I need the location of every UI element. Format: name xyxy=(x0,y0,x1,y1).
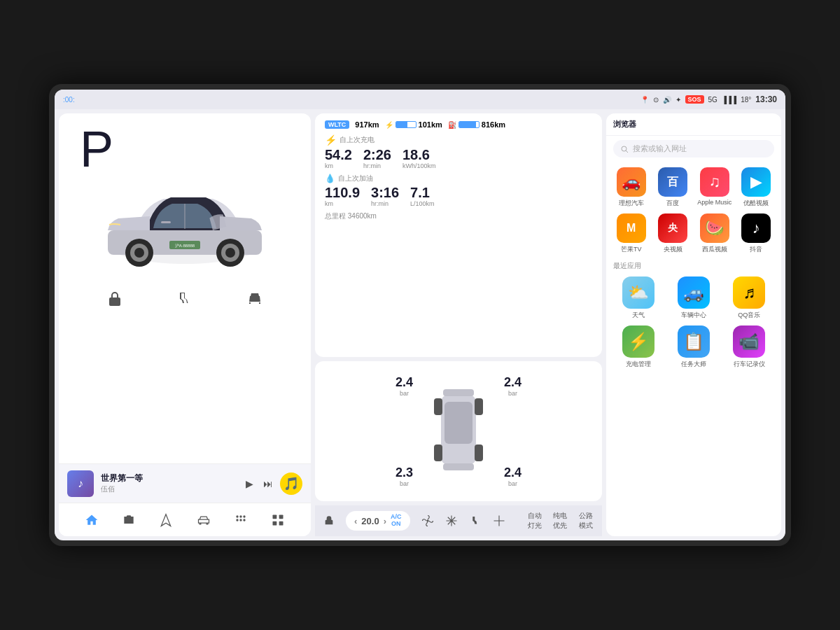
svg-rect-25 xyxy=(475,398,483,415)
home-nav[interactable] xyxy=(79,507,104,533)
tire-fr-unit: bar xyxy=(504,390,522,397)
tire-rl: 2.3 bar xyxy=(396,465,413,487)
next-button[interactable]: ⏭ xyxy=(263,478,273,489)
svg-point-15 xyxy=(239,519,241,521)
app-label-douyin: 抖音 xyxy=(750,245,762,254)
svg-point-8 xyxy=(225,248,235,258)
recent-apps-title: 最近应用 xyxy=(606,260,781,274)
tire-fl-value: 2.4 xyxy=(396,375,413,390)
status-icons: 📍 ⊙ 🔊 ✦ SOS 5G ▐▐▐ 18° 13:30 xyxy=(640,94,777,104)
tire-fl-unit: bar xyxy=(396,390,413,397)
bluetooth-icon: ✦ xyxy=(676,96,681,104)
app-mango[interactable]: M 芒果TV xyxy=(613,214,650,254)
app-icon-cctv: 央 xyxy=(658,214,687,243)
profile-nav[interactable] xyxy=(228,507,253,533)
svg-rect-21 xyxy=(279,521,284,525)
music-app-icon[interactable]: 🎵 xyxy=(280,472,302,495)
recent-task[interactable]: 📋 任务大师 xyxy=(668,326,718,369)
power-priority-control[interactable]: 纯电优先 xyxy=(553,511,568,531)
svg-point-31 xyxy=(622,146,626,151)
lock-control[interactable] xyxy=(323,515,335,526)
app-cctv[interactable]: 央 央视频 xyxy=(655,214,692,254)
fan-control[interactable] xyxy=(421,514,434,527)
app-douyin[interactable]: ♪ 抖音 xyxy=(738,214,775,254)
total-mileage: 总里程 34600km xyxy=(325,211,592,221)
charge-icon: ⚡ xyxy=(325,134,337,146)
music-title: 世界第一等 xyxy=(101,472,239,484)
recent-dashcam[interactable]: 📹 行车记录仪 xyxy=(724,326,774,369)
ac-control-2[interactable] xyxy=(493,514,505,527)
svg-point-17 xyxy=(243,519,245,521)
app-icon-mango: M xyxy=(617,214,646,243)
right-panel: 浏览器 搜索或输入网址 🚗 理想汽车 百 百度 ♫ xyxy=(606,113,781,536)
wltc-badge: WLTC xyxy=(325,120,349,129)
auto-light-control[interactable]: 自动灯光 xyxy=(528,511,542,531)
svg-point-14 xyxy=(236,519,238,521)
auto-light-label: 自动灯光 xyxy=(528,511,542,531)
lock-control-icon[interactable] xyxy=(101,285,129,313)
fuel-time-unit: hr:min xyxy=(371,200,399,207)
temperature-status: 18° xyxy=(741,96,751,104)
recent-icon-charge: ⚡ xyxy=(622,326,654,358)
location-icon: 📍 xyxy=(640,96,649,104)
app-lixiang[interactable]: 🚗 理想汽车 xyxy=(613,167,650,208)
play-button[interactable]: ▶ xyxy=(246,478,253,489)
temp-display[interactable]: ‹ 20.0 › A/CON xyxy=(346,511,410,531)
music-avatar: ♪ xyxy=(67,470,94,497)
fuel-indicator: ⛽ 816km xyxy=(448,120,505,129)
volume-icon: 🔊 xyxy=(663,96,671,104)
camera-nav[interactable] xyxy=(116,507,141,533)
signal-label: 5G xyxy=(708,96,718,104)
app-youku[interactable]: ▶ 优酷视频 xyxy=(738,167,775,208)
map-nav[interactable] xyxy=(153,507,178,533)
app-baidu[interactable]: 百 百度 xyxy=(655,167,692,208)
car-display: P xyxy=(59,113,311,463)
app-icon-lixiang: 🚗 xyxy=(617,167,646,197)
app-icon-douyin: ♪ xyxy=(741,214,771,243)
browser-search-bar[interactable]: 搜索或输入网址 xyxy=(613,140,774,158)
tire-rl-unit: bar xyxy=(396,480,413,487)
temp-decrease[interactable]: ‹ xyxy=(354,516,357,526)
seat-control-icon[interactable] xyxy=(171,285,199,313)
signal-bars: ▐▐▐ xyxy=(722,96,736,104)
search-placeholder: 搜索或输入网址 xyxy=(633,144,687,154)
svg-point-12 xyxy=(236,515,238,517)
charge-km-unit: km xyxy=(325,162,352,169)
sos-badge[interactable]: SOS xyxy=(685,95,704,104)
clock: 13:30 xyxy=(755,94,777,104)
temp-increase[interactable]: › xyxy=(384,516,386,526)
ac-mode-control[interactable] xyxy=(445,514,458,527)
charge-time-stat: 2:26 hr:min xyxy=(363,147,391,169)
car-nav[interactable] xyxy=(191,507,216,533)
road-mode-control[interactable]: 公路模式 xyxy=(579,511,594,531)
recent-charge[interactable]: ⚡ 充电管理 xyxy=(613,326,663,369)
apps-nav[interactable] xyxy=(265,507,290,533)
since-fuel-label: 💧 自上次加油 xyxy=(325,174,592,183)
recent-weather[interactable]: ⛅ 天气 xyxy=(613,276,663,320)
tire-rl-value: 2.3 xyxy=(396,465,413,480)
app-label-lixiang: 理想汽车 xyxy=(619,199,644,208)
music-bar: ♪ 世界第一等 伍佰 ▶ ⏭ 🎵 xyxy=(59,463,311,503)
svg-rect-26 xyxy=(434,444,442,461)
fuel-km-unit: km xyxy=(325,200,360,207)
bottom-nav xyxy=(59,503,311,536)
charge-kwh-stat: 18.6 kWh/100km xyxy=(402,147,436,169)
middle-panel: WLTC 917km ⚡ 101km ⛽ 816km xyxy=(315,113,602,536)
charge-kwh-value: 18.6 xyxy=(402,147,436,162)
recent-qq-music[interactable]: ♬ QQ音乐 xyxy=(724,276,774,320)
app-apple-music[interactable]: ♫ Apple Music xyxy=(696,167,733,208)
logo-text: :00: xyxy=(63,96,75,104)
tire-rr-unit: bar xyxy=(504,480,522,487)
control-bar: ‹ 20.0 › A/CON xyxy=(315,505,602,536)
app-xigua[interactable]: 🍉 西瓜视频 xyxy=(696,214,733,254)
screen-bezel: :00: 📍 ⊙ 🔊 ✦ SOS 5G ▐▐▐ 18° 13:30 P xyxy=(49,84,791,546)
seat-heat-control[interactable] xyxy=(469,514,482,527)
battery-indicator: ⚡ 101km xyxy=(385,120,442,129)
electric-range: 101km xyxy=(419,120,442,129)
main-content: P xyxy=(55,109,785,540)
road-mode-label: 公路模式 xyxy=(579,511,594,531)
app-icon-youku: ▶ xyxy=(741,167,771,197)
recent-car-center[interactable]: 🚙 车辆中心 xyxy=(668,276,718,320)
app-icon-baidu: 百 xyxy=(658,167,687,197)
trunk-control-icon[interactable] xyxy=(241,285,269,313)
